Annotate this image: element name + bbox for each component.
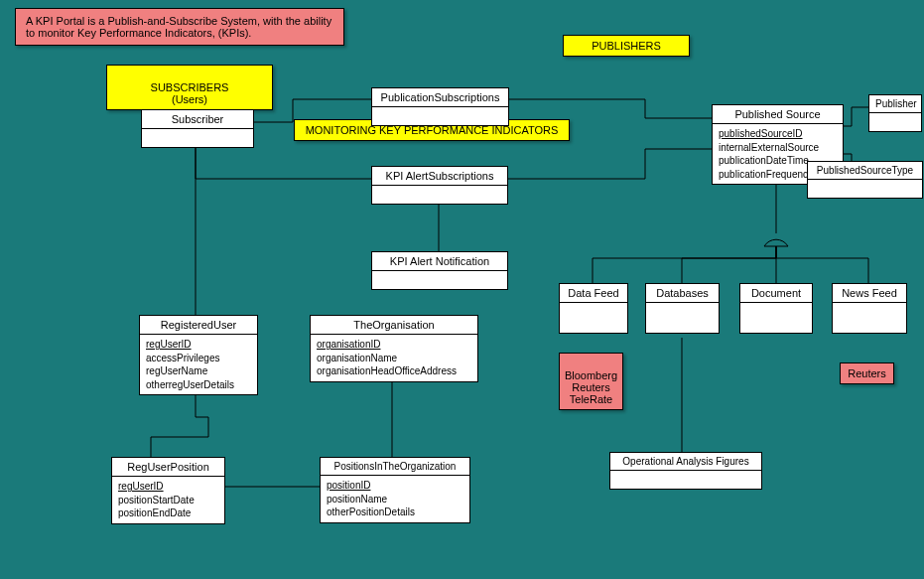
entity-publication-subscriptions: PublicationSubscriptions: [371, 87, 509, 126]
entity-publisher-title: Publisher: [869, 95, 921, 113]
entity-kpi-alert-subscriptions-title: KPI AlertSubscriptions: [372, 167, 507, 186]
note-reuters-text: Reuters: [848, 367, 886, 379]
entity-the-organisation-attrs: organisationID organisationName organisa…: [311, 335, 477, 381]
note-subscribers-text: SUBSCRIBERS (Users): [151, 81, 229, 105]
note-reuters: Reuters: [840, 362, 894, 384]
entity-publication-subscriptions-title: PublicationSubscriptions: [372, 88, 508, 107]
entity-databases: Databases: [645, 283, 720, 334]
entity-positions-in-organization: PositionsInTheOrganization positionID po…: [320, 457, 470, 523]
entity-databases-title: Databases: [646, 284, 719, 303]
entity-document: Document: [739, 283, 813, 334]
note-subscribers: SUBSCRIBERS (Users): [106, 65, 273, 110]
entity-reg-user-position-attrs: regUserID positionStartDate positionEndD…: [112, 477, 224, 523]
note-publishers-text: PUBLISHERS: [592, 40, 661, 52]
entity-registered-user: RegisteredUser regUserID accessPrivilege…: [139, 315, 258, 395]
entity-published-source-type-title: PublishedSourceType: [808, 162, 922, 180]
entity-document-title: Document: [740, 284, 812, 303]
entity-published-source-type: PublishedSourceType: [807, 161, 923, 199]
entity-kpi-alert-notification: KPI Alert Notification: [371, 251, 508, 290]
note-description: A KPI Portal is a Publish-and-Subscribe …: [15, 8, 344, 46]
entity-news-feed: News Feed: [832, 283, 907, 334]
entity-operational-analysis-figures: Operational Analysis Figures: [609, 452, 762, 490]
entity-data-feed: Data Feed: [559, 283, 628, 334]
entity-published-source-title: Published Source: [713, 105, 843, 124]
entity-data-feed-title: Data Feed: [560, 284, 627, 303]
entity-subscriber-title: Subscriber: [142, 110, 253, 129]
entity-reg-user-position-title: RegUserPosition: [112, 458, 224, 477]
entity-operational-analysis-figures-title: Operational Analysis Figures: [610, 453, 761, 471]
entity-news-feed-title: News Feed: [833, 284, 906, 303]
note-bloomberg: Bloomberg Reuters TeleRate: [559, 353, 623, 410]
entity-publisher: Publisher: [868, 94, 922, 132]
entity-kpi-alert-subscriptions: KPI AlertSubscriptions: [371, 166, 508, 205]
note-description-text: A KPI Portal is a Publish-and-Subscribe …: [26, 15, 331, 39]
entity-registered-user-title: RegisteredUser: [140, 316, 257, 335]
entity-registered-user-attrs: regUserID accessPrivileges regUserName o…: [140, 335, 257, 394]
entity-positions-in-organization-attrs: positionID positionName otherPositionDet…: [321, 476, 469, 522]
entity-the-organisation: TheOrganisation organisationID organisat…: [310, 315, 478, 382]
note-publishers: PUBLISHERS: [563, 35, 690, 57]
note-bloomberg-text: Bloomberg Reuters TeleRate: [565, 369, 617, 405]
entity-kpi-alert-notification-title: KPI Alert Notification: [372, 252, 507, 271]
entity-the-organisation-title: TheOrganisation: [311, 316, 477, 335]
entity-reg-user-position: RegUserPosition regUserID positionStartD…: [111, 457, 225, 524]
entity-positions-in-organization-title: PositionsInTheOrganization: [321, 458, 469, 476]
entity-subscriber: Subscriber: [141, 109, 254, 148]
